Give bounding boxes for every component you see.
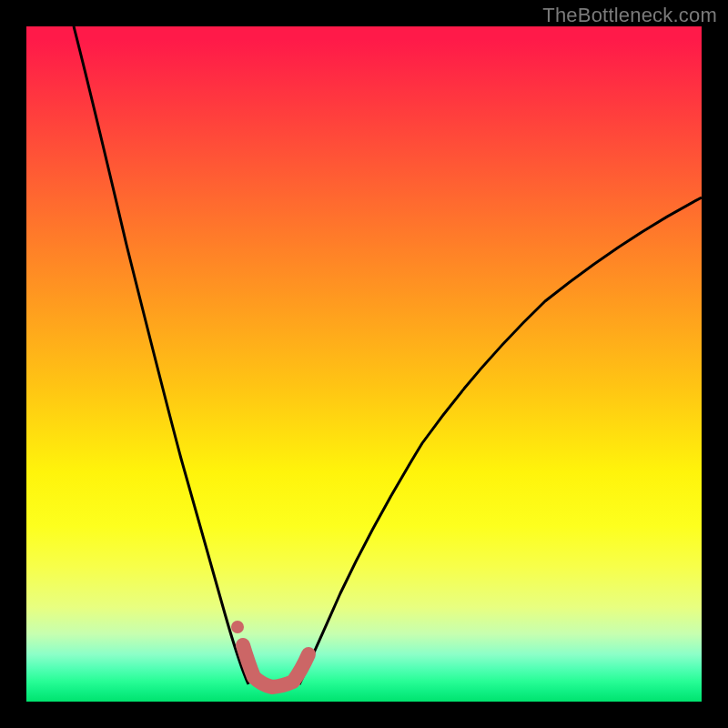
chart-svg bbox=[26, 26, 702, 702]
right-curve-line bbox=[299, 197, 702, 684]
trough-dot-marker bbox=[231, 621, 244, 633]
left-curve-line bbox=[74, 26, 248, 684]
watermark-text: TheBottleneck.com bbox=[542, 4, 717, 27]
trough-highlight-line bbox=[243, 645, 308, 687]
chart-plot-area bbox=[26, 26, 702, 702]
